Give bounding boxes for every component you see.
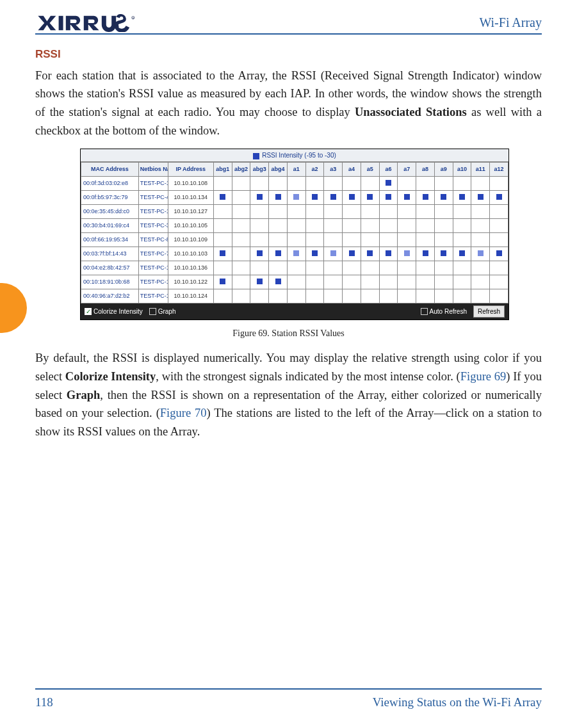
cell-iap xyxy=(305,191,324,205)
cell-iap xyxy=(343,191,361,205)
colorize-label: Colorize Intensity xyxy=(93,308,143,315)
screenshot-toolbar: ✓Colorize Intensity ✓Graph ✓Auto Refresh… xyxy=(81,303,508,320)
cell-iap xyxy=(343,247,361,261)
cell-iap xyxy=(453,247,471,261)
cell-iap xyxy=(379,219,398,233)
table-row: 00:03:7f:bf:14:43TEST-PC-710.10.10.103 xyxy=(81,247,508,261)
rssi-square-icon xyxy=(275,250,281,256)
cell-iap xyxy=(250,177,269,191)
cell-iap xyxy=(471,275,490,289)
cell-iap xyxy=(232,275,250,289)
figure-69-link[interactable]: Figure 69 xyxy=(460,370,507,383)
cell-iap xyxy=(398,233,416,247)
cell-iap xyxy=(213,275,232,289)
col-netbios-name: Netbios Name xyxy=(138,163,168,177)
rssi-screenshot: RSSI Intensity (-95 to -30) MAC AddressN… xyxy=(80,149,509,320)
cell-ip: 10.10.10.136 xyxy=(168,261,213,275)
cell-iap xyxy=(213,191,232,205)
col-abg2: abg2 xyxy=(232,163,250,177)
cell-iap xyxy=(416,205,435,219)
autorefresh-checkbox[interactable]: ✓Auto Refresh xyxy=(421,307,467,316)
table-row: 00:0f:b5:97:3c:79TEST-PC-410.10.10.134 xyxy=(81,191,508,205)
cell-iap xyxy=(434,261,453,275)
rssi-square-icon xyxy=(478,250,484,256)
cell-iap xyxy=(305,247,324,261)
cell-iap xyxy=(361,247,379,261)
cell-iap xyxy=(434,177,453,191)
cell-iap xyxy=(213,177,232,191)
graph-checkbox[interactable]: ✓Graph xyxy=(149,307,176,316)
cell-ip: 10.10.10.134 xyxy=(168,191,213,205)
col-a8: a8 xyxy=(416,163,435,177)
cell-mac: 00:40:96:a7:d2:b2 xyxy=(81,289,139,303)
rssi-square-icon xyxy=(257,250,263,256)
cell-iap xyxy=(398,205,416,219)
cell-iap xyxy=(416,233,435,247)
figure-70-link[interactable]: Figure 70 xyxy=(160,407,207,419)
cell-iap xyxy=(250,289,269,303)
rssi-square-icon xyxy=(349,250,355,256)
cell-iap xyxy=(453,233,471,247)
cell-iap xyxy=(287,205,305,219)
cell-ip: 10.10.10.127 xyxy=(168,205,213,219)
cell-iap xyxy=(287,289,305,303)
legend-bar: RSSI Intensity (-95 to -30) xyxy=(81,149,508,162)
col-a10: a10 xyxy=(453,163,471,177)
cell-iap xyxy=(361,191,379,205)
autorefresh-label: Auto Refresh xyxy=(430,308,467,315)
cell-iap xyxy=(379,289,398,303)
col-a3: a3 xyxy=(324,163,343,177)
colorize-checkbox[interactable]: ✓Colorize Intensity xyxy=(85,307,143,316)
rssi-square-icon xyxy=(220,279,225,284)
cell-iap xyxy=(379,247,398,261)
col-a9: a9 xyxy=(434,163,453,177)
cell-iap xyxy=(490,289,508,303)
cell-iap xyxy=(434,191,453,205)
rssi-square-icon xyxy=(367,250,373,256)
cell-iap xyxy=(361,219,379,233)
cell-iap xyxy=(434,289,453,303)
col-ip-address: IP Address xyxy=(168,163,213,177)
cell-iap xyxy=(269,275,288,289)
cell-iap xyxy=(379,177,398,191)
rssi-square-icon xyxy=(496,194,502,200)
cell-iap xyxy=(490,205,508,219)
cell-iap xyxy=(453,261,471,275)
cell-iap xyxy=(361,261,379,275)
cell-iap xyxy=(324,191,343,205)
section-title: RSSI xyxy=(35,46,542,63)
cell-iap xyxy=(269,247,288,261)
cell-iap xyxy=(398,275,416,289)
cell-iap xyxy=(490,233,508,247)
cell-iap xyxy=(287,275,305,289)
cell-iap xyxy=(232,261,250,275)
rssi-square-icon xyxy=(330,250,336,256)
cell-mac: 00:0f:3d:03:02:e8 xyxy=(81,177,139,191)
cell-iap xyxy=(305,177,324,191)
cell-ip: 10.10.10.109 xyxy=(168,233,213,247)
graph-label: Graph xyxy=(158,308,176,315)
cell-iap xyxy=(250,247,269,261)
cell-iap xyxy=(434,247,453,261)
cell-iap xyxy=(287,219,305,233)
cell-iap xyxy=(287,177,305,191)
cell-iap xyxy=(343,261,361,275)
xirrus-logo: R xyxy=(35,14,138,32)
cell-mac: 00:0f:b5:97:3c:79 xyxy=(81,191,139,205)
col-abg3: abg3 xyxy=(250,163,269,177)
cell-iap xyxy=(269,233,288,247)
legend-text: RSSI Intensity (-95 to -30) xyxy=(262,152,336,159)
rssi-square-icon xyxy=(367,194,373,200)
cell-iap xyxy=(324,261,343,275)
page-header: R Wi-Fi Array xyxy=(35,13,542,35)
cell-iap xyxy=(379,233,398,247)
cell-iap xyxy=(213,289,232,303)
rssi-square-icon xyxy=(330,194,336,200)
cell-iap xyxy=(453,205,471,219)
cell-iap xyxy=(453,177,471,191)
table-body: 00:0f:3d:03:02:e8TEST-PC-1310.10.10.1080… xyxy=(81,177,508,303)
refresh-button[interactable]: Refresh xyxy=(473,305,505,318)
side-tab-icon xyxy=(0,283,31,333)
cell-netbios: TEST-PC-11 xyxy=(138,275,168,289)
cell-iap xyxy=(490,177,508,191)
